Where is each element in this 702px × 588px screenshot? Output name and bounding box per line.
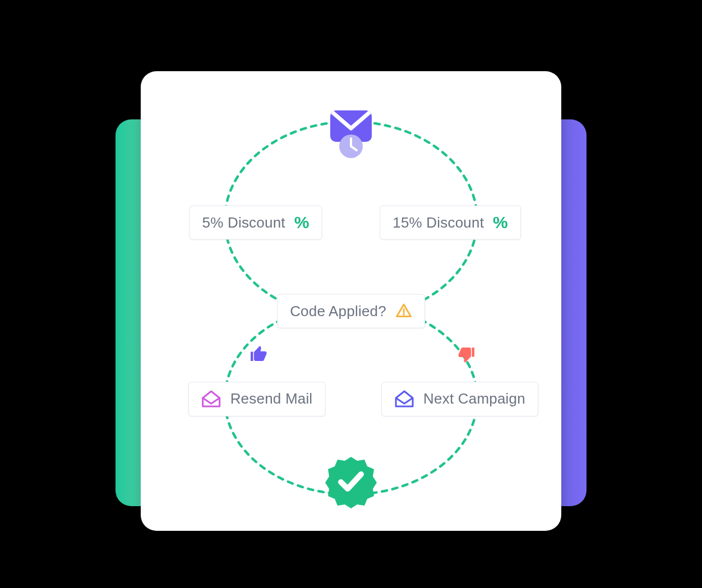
verified-checkmark-icon <box>324 455 378 508</box>
condition-label: Code Applied? <box>290 302 386 320</box>
diagram-stage: 5% Discount % 15% Discount % Code Applie… <box>71 48 631 541</box>
svg-point-8 <box>403 313 405 316</box>
no-action-node[interactable]: Next Campaign <box>381 382 538 416</box>
option-a-label: 5% Discount <box>202 214 285 231</box>
thumbs-up-icon <box>249 344 269 364</box>
option-a-node[interactable]: 5% Discount % <box>190 205 322 239</box>
condition-node[interactable]: Code Applied? <box>277 294 425 328</box>
yes-action-label: Resend Mail <box>230 390 313 408</box>
scheduled-envelope-icon <box>326 107 376 149</box>
option-b-label: 15% Discount <box>392 214 484 231</box>
open-envelope-icon <box>394 390 414 408</box>
no-action-label: Next Campaign <box>423 390 525 408</box>
yes-action-node[interactable]: Resend Mail <box>188 382 326 416</box>
thumbs-down-icon <box>456 344 476 364</box>
percent-icon: % <box>294 214 310 231</box>
warning-icon <box>395 303 412 320</box>
open-envelope-icon <box>201 390 221 408</box>
percent-icon: % <box>493 214 508 231</box>
option-b-node[interactable]: 15% Discount % <box>380 205 521 239</box>
flow-card: 5% Discount % 15% Discount % Code Applie… <box>141 71 561 531</box>
